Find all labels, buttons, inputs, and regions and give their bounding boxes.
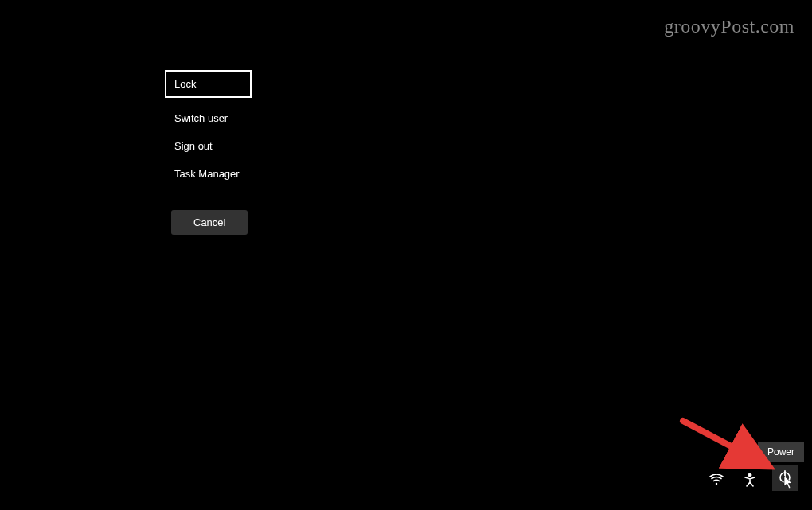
menu-item-sign-out[interactable]: Sign out	[165, 132, 252, 160]
tooltip-label: Power	[767, 446, 794, 457]
svg-point-0	[748, 473, 751, 477]
menu-item-label: Task Manager	[174, 168, 240, 180]
accessibility-icon[interactable]	[739, 469, 761, 491]
menu-item-lock[interactable]: Lock	[165, 70, 252, 98]
security-options-menu: Lock Switch user Sign out Task Manager C…	[165, 70, 252, 235]
menu-item-label: Switch user	[174, 112, 228, 124]
watermark-text: groovyPost.com	[664, 16, 794, 37]
menu-item-switch-user[interactable]: Switch user	[165, 104, 252, 132]
menu-item-task-manager[interactable]: Task Manager	[165, 160, 252, 188]
power-icon	[778, 469, 792, 487]
cancel-button[interactable]: Cancel	[171, 210, 248, 235]
power-button[interactable]	[772, 465, 798, 491]
cancel-button-label: Cancel	[193, 216, 225, 228]
wifi-icon[interactable]	[705, 469, 728, 491]
menu-item-label: Lock	[174, 78, 196, 90]
system-tray	[705, 465, 798, 491]
svg-line-4	[683, 421, 764, 464]
power-tooltip: Power	[758, 442, 804, 462]
menu-item-label: Sign out	[174, 140, 213, 152]
